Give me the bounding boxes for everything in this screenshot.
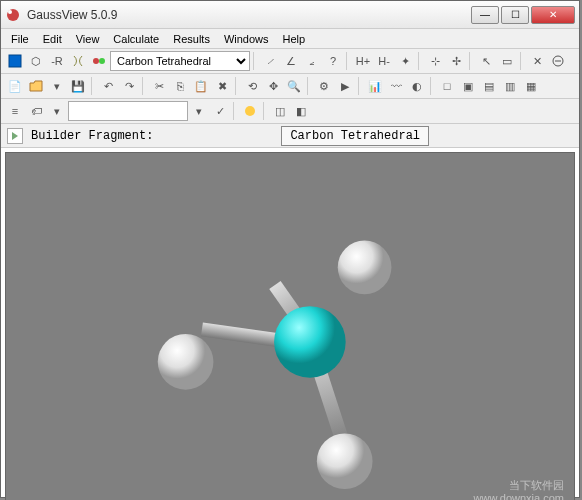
display-icon[interactable]: ◫ <box>270 101 290 121</box>
add-h-icon[interactable]: H+ <box>353 51 373 71</box>
center-icon[interactable]: ✢ <box>446 51 466 71</box>
group-icon[interactable]: -R <box>47 51 67 71</box>
svg-rect-2 <box>9 55 21 67</box>
tool-e-icon[interactable]: ▦ <box>521 76 541 96</box>
atom <box>158 334 214 390</box>
delete-atom-icon[interactable]: ✕ <box>527 51 547 71</box>
periodic-table-icon[interactable] <box>5 51 25 71</box>
fragment-bar: Builder Fragment: Carbon Tetrahedral <box>1 124 579 148</box>
atom <box>338 241 392 295</box>
separator <box>263 102 267 120</box>
fragment-value[interactable]: Carbon Tetrahedral <box>281 126 429 146</box>
zoom-icon[interactable]: 🔍 <box>284 76 304 96</box>
separator <box>469 52 473 70</box>
atom <box>317 433 373 489</box>
separator <box>346 52 350 70</box>
redo-icon[interactable]: ↷ <box>119 76 139 96</box>
menu-edit[interactable]: Edit <box>37 31 68 47</box>
tool-b-icon[interactable]: ▣ <box>458 76 478 96</box>
clean-icon[interactable]: ✦ <box>395 51 415 71</box>
toolbar-row-1: ⬡ -R Carbon Tetrahedral ⟋ ∠ ⦟ ? H+ H- ✦ … <box>1 49 579 74</box>
menu-help[interactable]: Help <box>277 31 312 47</box>
play-icon[interactable] <box>7 128 23 144</box>
copy-icon[interactable]: ⎘ <box>170 76 190 96</box>
bond-icon[interactable]: ⟋ <box>260 51 280 71</box>
molecule-viewport[interactable]: 当下软件园 www.downxia.com <box>5 152 575 500</box>
view-icon[interactable]: ◧ <box>291 101 311 121</box>
separator <box>418 52 422 70</box>
opt-icon[interactable] <box>240 101 260 121</box>
titlebar: GaussView 5.0.9 — ☐ ✕ <box>1 1 579 29</box>
new-icon[interactable]: 📄 <box>5 76 25 96</box>
watermark-line2: www.downxia.com <box>474 492 564 500</box>
menu-results[interactable]: Results <box>167 31 216 47</box>
delete-h-icon[interactable]: H- <box>374 51 394 71</box>
fragment-label: Builder Fragment: <box>31 129 153 143</box>
separator <box>142 77 146 95</box>
submit-icon[interactable]: ▶ <box>335 76 355 96</box>
atom-list-icon[interactable]: ≡ <box>5 101 25 121</box>
watermark-line1: 当下软件园 <box>474 479 564 492</box>
paste-icon[interactable]: 📋 <box>191 76 211 96</box>
fragment-icon[interactable] <box>89 51 109 71</box>
angle-icon[interactable]: ∠ <box>281 51 301 71</box>
separator <box>235 77 239 95</box>
rotate-icon[interactable]: ⟲ <box>242 76 262 96</box>
element-combo[interactable]: Carbon Tetrahedral <box>110 51 250 71</box>
menu-file[interactable]: File <box>5 31 35 47</box>
select-icon[interactable]: ↖ <box>476 51 496 71</box>
minimize-button[interactable]: — <box>471 6 499 24</box>
maximize-button[interactable]: ☐ <box>501 6 529 24</box>
separator <box>233 102 237 120</box>
app-icon <box>5 7 21 23</box>
calc-setup-icon[interactable]: ⚙ <box>314 76 334 96</box>
symmetry-icon[interactable]: ⊹ <box>425 51 445 71</box>
separator <box>253 52 257 70</box>
cut-icon[interactable]: ✂ <box>149 76 169 96</box>
window-title: GaussView 5.0.9 <box>27 8 471 22</box>
svg-point-4 <box>99 58 105 64</box>
tool-d-icon[interactable]: ▥ <box>500 76 520 96</box>
tool-c-icon[interactable]: ▤ <box>479 76 499 96</box>
inquire-icon[interactable]: ? <box>323 51 343 71</box>
text-input[interactable] <box>68 101 188 121</box>
watermark: 当下软件园 www.downxia.com <box>474 479 564 500</box>
menu-calculate[interactable]: Calculate <box>107 31 165 47</box>
window-controls: — ☐ ✕ <box>471 6 575 24</box>
biological-icon[interactable] <box>68 51 88 71</box>
menubar: File Edit View Calculate Results Windows… <box>1 29 579 49</box>
svg-point-6 <box>245 106 255 116</box>
separator <box>91 77 95 95</box>
dropdown2-icon[interactable]: ▾ <box>47 101 67 121</box>
label-icon[interactable]: 🏷 <box>26 101 46 121</box>
ring-icon[interactable]: ⬡ <box>26 51 46 71</box>
dropdown-icon[interactable]: ▾ <box>47 76 67 96</box>
menu-view[interactable]: View <box>70 31 106 47</box>
close-button[interactable]: ✕ <box>531 6 575 24</box>
center-atom <box>274 306 346 378</box>
toolbar-row-3: ≡ 🏷 ▾ ▾ ✓ ◫ ◧ <box>1 99 579 124</box>
spectrum-icon[interactable]: 〰 <box>386 76 406 96</box>
dropdown3-icon[interactable]: ▾ <box>189 101 209 121</box>
invert-icon[interactable] <box>548 51 568 71</box>
separator <box>358 77 362 95</box>
molecule-render <box>6 153 574 500</box>
rubber-band-icon[interactable]: ▭ <box>497 51 517 71</box>
dihedral-icon[interactable]: ⦟ <box>302 51 322 71</box>
menu-windows[interactable]: Windows <box>218 31 275 47</box>
results-icon[interactable]: 📊 <box>365 76 385 96</box>
apply-icon[interactable]: ✓ <box>210 101 230 121</box>
svg-point-1 <box>8 10 12 14</box>
toolbar-row-2: 📄 ▾ 💾 ↶ ↷ ✂ ⎘ 📋 ✖ ⟲ ✥ 🔍 ⚙ ▶ 📊 〰 ◐ □ ▣ ▤ … <box>1 74 579 99</box>
delete-icon[interactable]: ✖ <box>212 76 232 96</box>
separator <box>430 77 434 95</box>
undo-icon[interactable]: ↶ <box>98 76 118 96</box>
open-icon[interactable] <box>26 76 46 96</box>
surface-icon[interactable]: ◐ <box>407 76 427 96</box>
app-window: GaussView 5.0.9 — ☐ ✕ File Edit View Cal… <box>0 0 580 498</box>
save-icon[interactable]: 💾 <box>68 76 88 96</box>
separator <box>307 77 311 95</box>
separator <box>520 52 524 70</box>
translate-icon[interactable]: ✥ <box>263 76 283 96</box>
tool-a-icon[interactable]: □ <box>437 76 457 96</box>
